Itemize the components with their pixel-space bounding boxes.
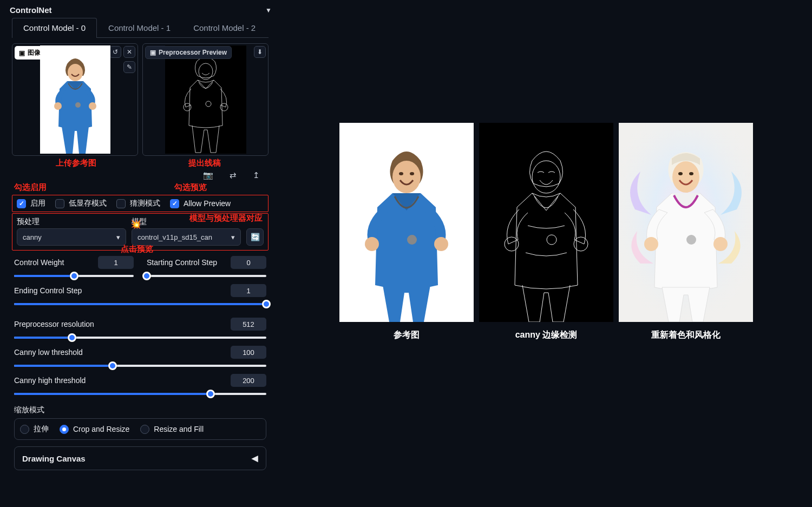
checkbox-box[interactable] [116, 199, 126, 208]
util-icons: 📷 ⇄ ↥ [8, 170, 260, 180]
checkbox-box[interactable] [17, 199, 26, 208]
radio-crop-resize[interactable]: Crop and Resize [60, 424, 129, 434]
slider-end-step: Ending Control Step 1 [14, 284, 266, 308]
slider-track[interactable] [147, 272, 266, 280]
tab-control-model-0[interactable]: Control Model - 0 [12, 18, 97, 37]
slider-canny-high: Canny high threshold 200 [14, 374, 266, 398]
svg-point-2 [89, 102, 96, 110]
download-icon[interactable]: ⬇ [254, 46, 266, 58]
model-select[interactable]: control_v11p_sd15_can ▾ [132, 228, 241, 246]
svg-point-14 [532, 161, 560, 193]
svg-point-9 [399, 172, 403, 175]
image-icon: ▣ [19, 49, 25, 57]
value-box[interactable]: 1 [231, 284, 266, 297]
drawing-canvas-toggle[interactable]: Drawing Canvas ◀ [14, 446, 266, 470]
svg-point-3 [75, 102, 81, 108]
panel-title: ControlNet [10, 5, 52, 15]
controlnet-panel: ControlNet ▼ Control Model - 0 Control M… [0, 0, 280, 507]
radio-resize-fill[interactable]: Resize and Fill [140, 424, 204, 434]
panel-header: ControlNet ▼ [8, 3, 273, 16]
checkbox-box[interactable] [55, 199, 64, 208]
preprocessor-model-group: 模型与预处理器对应 预处理 canny ▾ 💥 模型 control_v11p_… [12, 213, 269, 251]
svg-point-13 [407, 235, 417, 245]
tab-control-model-1[interactable]: Control Model - 1 [97, 18, 182, 37]
showcase-col-reference: 参考图 [339, 123, 474, 341]
checkbox-box[interactable] [170, 199, 179, 208]
refresh-models-button[interactable]: 🔄 [246, 228, 264, 246]
slider-track[interactable] [14, 272, 134, 280]
slider-track[interactable] [14, 362, 266, 370]
svg-point-19 [672, 161, 699, 193]
radio-box[interactable] [20, 425, 29, 434]
svg-point-5 [184, 103, 191, 111]
svg-point-20 [678, 172, 683, 175]
checkbox-allow-preview[interactable]: Allow Preview [170, 199, 231, 208]
slider-track[interactable] [14, 334, 266, 341]
slider-track[interactable] [14, 390, 266, 398]
stylized-figure-icon [619, 123, 753, 322]
canny-image [479, 123, 613, 322]
value-box[interactable]: 200 [231, 374, 266, 387]
caption-canny: canny 边缘检测 [515, 330, 578, 341]
svg-point-15 [505, 237, 519, 251]
chevron-down-icon: ▾ [116, 233, 120, 241]
canny-edge-icon [165, 45, 246, 154]
slider-canny-low: Canny low threshold 100 [14, 346, 266, 370]
radio-box[interactable] [60, 425, 69, 434]
slider-control-weight: Control Weight 1 [14, 256, 134, 280]
radio-box[interactable] [140, 425, 149, 434]
showcase-area: 参考图 [280, 0, 812, 507]
camera-icon[interactable]: 📷 [203, 170, 213, 180]
nurse-figure-icon [339, 123, 474, 322]
caption-extract: 提出线稿 [140, 158, 269, 168]
preview-row: ▣ 图像 ↺ ✕ ✎ [12, 43, 269, 156]
checkbox-enable[interactable]: 启用 [17, 199, 45, 208]
svg-point-23 [713, 237, 728, 251]
svg-point-22 [644, 237, 658, 251]
preprocessor-field: 预处理 canny ▾ [17, 217, 126, 246]
collapse-icon[interactable]: ▼ [265, 6, 272, 14]
showcase-col-stylized: 重新着色和风格化 [619, 123, 753, 341]
svg-point-17 [547, 235, 556, 245]
model-label: 模型 [132, 217, 241, 227]
caption-reference: 参考图 [394, 330, 420, 341]
value-box[interactable]: 100 [231, 346, 266, 359]
close-icon[interactable]: ✕ [123, 46, 135, 58]
input-image-cell[interactable]: ▣ 图像 ↺ ✕ ✎ [12, 43, 138, 156]
svg-point-7 [206, 101, 211, 107]
send-up-icon[interactable]: ↥ [253, 170, 260, 180]
tab-control-model-2[interactable]: Control Model - 2 [182, 18, 267, 37]
swap-icon[interactable]: ⇄ [230, 170, 237, 180]
hint-preview: 勾选预览 [174, 182, 207, 193]
spark-icon: 💥 [130, 219, 141, 229]
image-icon: ▣ [150, 49, 156, 56]
preprocessor-select[interactable]: canny ▾ [17, 228, 126, 246]
slider-start-step: Starting Control Step 0 [147, 256, 266, 280]
svg-point-1 [54, 102, 62, 110]
caption-upload: 上传参考图 [12, 158, 140, 168]
svg-point-0 [68, 64, 83, 81]
stylized-image [619, 123, 753, 322]
checkbox-lowvram[interactable]: 低显存模式 [55, 199, 107, 208]
edit-icon[interactable]: ✎ [123, 61, 135, 73]
model-tabs: Control Model - 0 Control Model - 1 Cont… [12, 18, 269, 38]
undo-icon[interactable]: ↺ [109, 46, 121, 58]
svg-point-11 [365, 237, 379, 251]
preview-captions: 上传参考图 提出线稿 [12, 156, 269, 168]
preprocessor-preview-cell[interactable]: ▣ Preprocessor Preview ⬇ [142, 43, 269, 156]
value-box[interactable]: 512 [231, 318, 266, 331]
nurse-figure-icon [40, 45, 110, 154]
chevron-down-icon: ▾ [231, 233, 235, 241]
svg-point-16 [574, 237, 588, 251]
preprocessor-label: 预处理 [17, 217, 126, 227]
radio-stretch[interactable]: 拉伸 [20, 424, 49, 434]
preview-badge: ▣ Preprocessor Preview [145, 46, 232, 59]
hint-click-preview: 点击预览 [121, 244, 153, 254]
hint-enable: 勾选启用 [14, 182, 47, 193]
slider-track[interactable] [14, 300, 266, 308]
value-box[interactable]: 0 [231, 256, 266, 269]
hint-row-1: 勾选启用 勾选预览 [14, 182, 266, 193]
refresh-icon: 🔄 [251, 233, 260, 241]
checkbox-guess[interactable]: 猜测模式 [116, 199, 160, 208]
value-box[interactable]: 1 [98, 256, 134, 269]
